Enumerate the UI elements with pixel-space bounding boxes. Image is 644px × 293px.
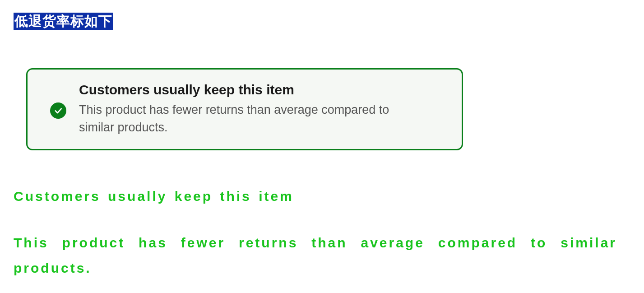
callout-text: Customers usually keep this item This pr… xyxy=(79,82,447,136)
callout-description: This product has fewer returns than aver… xyxy=(79,101,413,136)
highlight-description: This product has fewer returns than aver… xyxy=(14,230,617,280)
highlight-title: Customers usually keep this item xyxy=(14,189,617,204)
section-heading: 低退货率标如下 xyxy=(14,13,113,30)
check-circle-icon xyxy=(50,102,66,119)
low-return-callout: Customers usually keep this item This pr… xyxy=(26,68,463,150)
highlight-block: Customers usually keep this item This pr… xyxy=(14,189,630,280)
callout-title: Customers usually keep this item xyxy=(79,82,447,98)
